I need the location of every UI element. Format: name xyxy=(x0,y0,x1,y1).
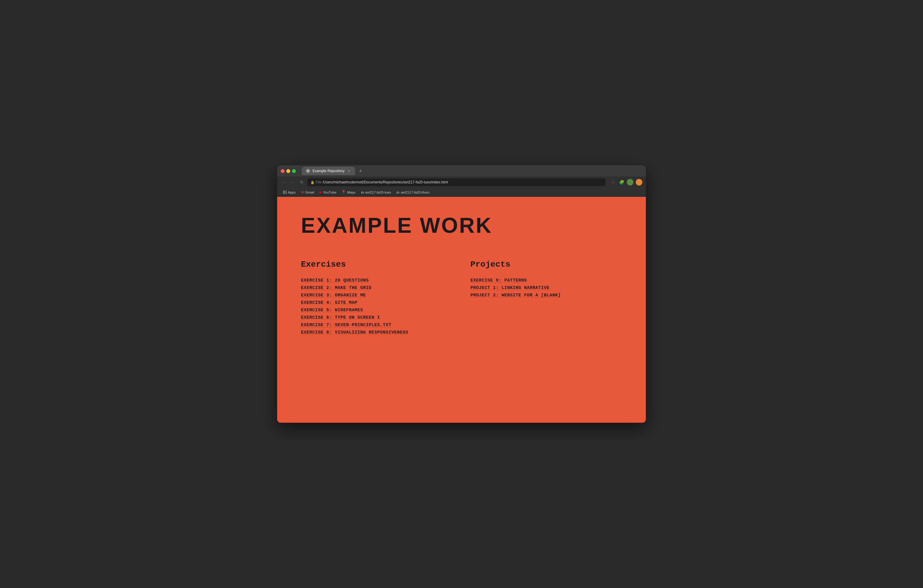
new-tab-button[interactable]: + xyxy=(356,167,365,175)
exercise-5-link[interactable]: EXERCISE 5: WIREFRAMES xyxy=(301,308,363,313)
projects-heading: Projects xyxy=(470,260,622,269)
bookmark-youtube-label: YouTube xyxy=(323,191,336,194)
list-item: EXERCISE 1: 20 QUESTIONS xyxy=(301,278,453,283)
folder-icon-thurs: 🗁 xyxy=(396,191,400,194)
url-input[interactable]: 🔒 File /Users/michaelmcdermott/Documents… xyxy=(307,178,605,186)
exercise-8-link[interactable]: EXERCISE 8: VISUALIZING RESPONSIVENESS xyxy=(301,330,408,335)
youtube-icon: ▶ xyxy=(319,190,322,194)
tab-close-button[interactable]: × xyxy=(347,169,351,173)
page-title: EXAMPLE WORK xyxy=(301,215,622,236)
list-item: EXERCISE 4: SITE MAP xyxy=(301,300,453,305)
bookmark-gmail-label: Gmail xyxy=(305,191,314,194)
profile-avatar[interactable] xyxy=(627,179,633,186)
bookmarks-bar: Apps ✉ Gmail ▶ YouTube 📍 Maps 🗁 avt217-f… xyxy=(277,188,646,197)
exercise-3-link[interactable]: EXERCISE 3: ORGANIZE ME xyxy=(301,293,366,298)
tab-bar: ⟳ Example Repository × + xyxy=(302,167,642,175)
refresh-button[interactable]: ↻ xyxy=(299,179,305,186)
minimize-button[interactable] xyxy=(286,169,290,173)
gmail-icon: ✉ xyxy=(301,190,304,194)
apps-icon xyxy=(283,191,287,194)
list-item: PROJECT 1: LINKING NARRATIVE xyxy=(470,285,622,291)
account-icon[interactable] xyxy=(636,179,642,186)
bookmark-gmail[interactable]: ✉ Gmail xyxy=(299,189,316,195)
page-content: EXAMPLE WORK Exercises EXERCISE 1: 20 QU… xyxy=(277,197,646,423)
exercise-4-link[interactable]: EXERCISE 4: SITE MAP xyxy=(301,300,357,305)
tab-favicon: ⟳ xyxy=(306,169,310,173)
list-item: EXERCISE 9: PATTERNS xyxy=(470,278,622,283)
star-icon[interactable]: ☆ xyxy=(610,179,616,185)
bookmark-avt2117-thurs-label: avt2117-fa20-thurs xyxy=(401,191,430,194)
bookmark-maps[interactable]: 📍 Maps xyxy=(339,189,358,195)
bookmark-apps[interactable]: Apps xyxy=(281,190,298,195)
exercise-7-link[interactable]: EXERCISE 7: SEVEN-PRINCIPLES.TXT xyxy=(301,322,391,328)
list-item: EXERCISE 2: MAKE THE GRID xyxy=(301,285,453,291)
project-2-link[interactable]: PROJECT 2: WEBSITE FOR A [BLANK] xyxy=(470,293,561,298)
url-text: File /Users/michaelmcdermott/Documents/R… xyxy=(316,180,448,184)
extensions-icon[interactable]: 🧩 xyxy=(619,179,624,185)
url-bar: ‹ › ↻ 🔒 File /Users/michaelmcdermott/Doc… xyxy=(277,177,646,188)
traffic-lights xyxy=(281,169,296,173)
url-right-icons: ☆ 🧩 xyxy=(610,179,642,186)
close-button[interactable] xyxy=(281,169,284,173)
tab-title: Example Repository xyxy=(312,169,344,173)
back-button[interactable]: ‹ xyxy=(281,179,287,186)
exercise-6-link[interactable]: EXERCISE 6: TYPE ON SCREEN I xyxy=(301,315,380,320)
list-item: EXERCISE 6: TYPE ON SCREEN I xyxy=(301,315,453,320)
maximize-button[interactable] xyxy=(292,169,296,173)
projects-list: EXERCISE 9: PATTERNS PROJECT 1: LINKING … xyxy=(470,278,622,298)
list-item: PROJECT 2: WEBSITE FOR A [BLANK] xyxy=(470,292,622,298)
forward-button[interactable]: › xyxy=(290,179,296,186)
bookmark-maps-label: Maps xyxy=(347,191,355,194)
list-item: EXERCISE 5: WIREFRAMES xyxy=(301,307,453,313)
exercise-1-link[interactable]: EXERCISE 1: 20 QUESTIONS xyxy=(301,278,369,283)
exercise-9-link[interactable]: EXERCISE 9: PATTERNS xyxy=(470,278,527,283)
bookmark-apps-label: Apps xyxy=(288,191,296,194)
active-tab[interactable]: ⟳ Example Repository × xyxy=(302,167,355,175)
bookmark-avt217-tues-label: avt217-fa20-tues xyxy=(365,191,391,194)
project-1-link[interactable]: PROJECT 1: LINKING NARRATIVE xyxy=(470,286,550,291)
title-bar: ⟳ Example Repository × + xyxy=(277,165,646,177)
list-item: EXERCISE 8: VISUALIZING RESPONSIVENESS xyxy=(301,329,453,335)
url-protocol: File xyxy=(316,180,322,184)
bookmark-youtube[interactable]: ▶ YouTube xyxy=(317,189,339,195)
exercises-list: EXERCISE 1: 20 QUESTIONS EXERCISE 2: MAK… xyxy=(301,278,453,335)
maps-icon: 📍 xyxy=(342,190,346,194)
bookmark-avt217-tues[interactable]: 🗁 avt217-fa20-tues xyxy=(359,190,393,195)
bookmark-avt2117-thurs[interactable]: 🗁 avt2117-fa20-thurs xyxy=(394,190,432,195)
projects-column: Projects EXERCISE 9: PATTERNS PROJECT 1:… xyxy=(470,260,622,335)
exercise-2-link[interactable]: EXERCISE 2: MAKE THE GRID xyxy=(301,286,372,291)
exercises-column: Exercises EXERCISE 1: 20 QUESTIONS EXERC… xyxy=(301,260,453,335)
folder-icon-tues: 🗁 xyxy=(361,191,364,194)
exercises-heading: Exercises xyxy=(301,260,453,269)
content-columns: Exercises EXERCISE 1: 20 QUESTIONS EXERC… xyxy=(301,260,622,335)
url-path: /Users/michaelmcdermott/Documents/Reposi… xyxy=(323,180,448,184)
lock-icon: 🔒 xyxy=(310,181,314,184)
list-item: EXERCISE 7: SEVEN-PRINCIPLES.TXT xyxy=(301,322,453,328)
list-item: EXERCISE 3: ORGANIZE ME xyxy=(301,292,453,298)
browser-window: ⟳ Example Repository × + ‹ › ↻ 🔒 File /U… xyxy=(277,165,646,423)
